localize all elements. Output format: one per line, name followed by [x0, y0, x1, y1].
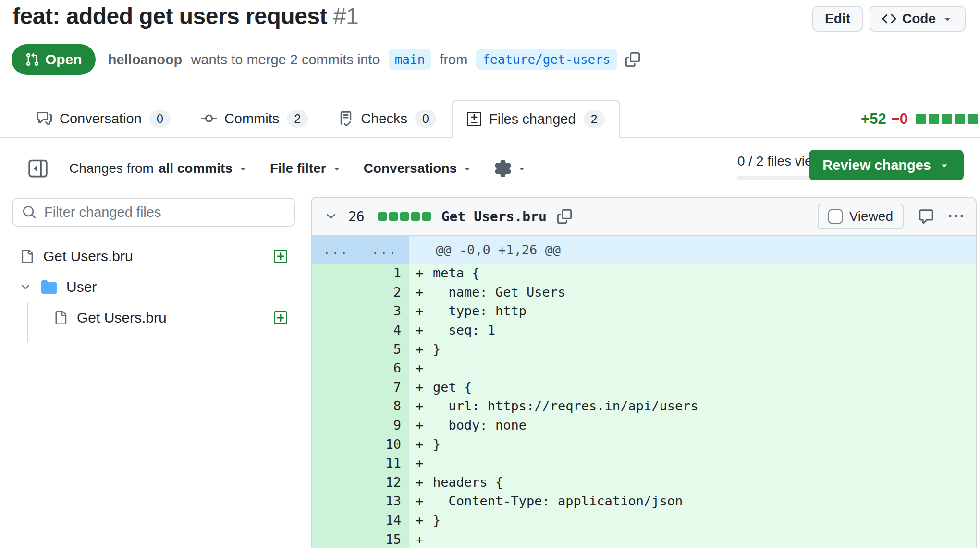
diff-sign: +	[416, 532, 433, 547]
diff-code: url: https://reqres.in/api/users	[433, 398, 698, 413]
chevron-down-icon	[19, 281, 32, 293]
sidebar-collapse-icon[interactable]	[28, 158, 48, 179]
tree-item-nested-file[interactable]: Get Users.bru	[12, 302, 295, 333]
diff-new-line-number: 15	[360, 529, 409, 548]
diff-line[interactable]: 15 +	[312, 529, 976, 548]
diff-old-line-number	[312, 359, 360, 378]
diff-line-content: +}	[409, 339, 976, 359]
diff-new-line-number: 12	[360, 473, 409, 492]
diff-old-line-number	[312, 454, 360, 473]
diff-sign: +	[416, 418, 433, 432]
chevron-down-icon[interactable]	[324, 210, 338, 223]
diff-code: }	[433, 342, 441, 357]
viewed-label: Viewed	[849, 209, 893, 224]
diff-line-content: + url: https://reqres.in/api/users	[409, 396, 976, 416]
diff-line[interactable]: 11 +	[312, 454, 976, 473]
base-branch-chip[interactable]: main	[389, 49, 431, 70]
diff-sign: +	[416, 437, 433, 452]
code-button-label: Code	[902, 11, 936, 26]
hunk-header-row[interactable]: ... ... @@ -0,0 +1,26 @@	[312, 236, 976, 264]
diff-line[interactable]: 5 +}	[312, 339, 976, 359]
diff-new-line-number: 2	[360, 283, 409, 302]
status-badge-label: Open	[45, 51, 82, 68]
tree-item-root-file[interactable]: Get Users.bru	[12, 241, 295, 272]
diff-line[interactable]: 8 + url: https://reqres.in/api/users	[312, 396, 976, 416]
diff-line[interactable]: 9 + body: none	[312, 416, 976, 435]
diff-sign: +	[416, 513, 433, 528]
viewed-checkbox[interactable]	[828, 209, 843, 224]
diff-added-icon	[273, 310, 288, 325]
head-branch-chip[interactable]: feature/get-users	[476, 49, 616, 70]
changes-from-dropdown[interactable]: Changes from all commits	[69, 161, 249, 176]
tab-count: 0	[149, 110, 171, 128]
diff-code: headers {	[433, 475, 503, 490]
diff-file-header: 26 Get Users.bru Viewed	[312, 198, 976, 236]
triangle-down-icon	[516, 163, 527, 174]
diff-line[interactable]: 14 +}	[312, 511, 976, 530]
comment-icon[interactable]	[918, 208, 934, 225]
diff-settings-dropdown[interactable]	[494, 160, 527, 177]
file-tree: Get Users.bru User Get Users.bru	[12, 241, 295, 333]
diff-code: type: http	[433, 303, 527, 318]
tab-checks[interactable]: Checks 0	[323, 99, 452, 138]
diff-code: seq: 1	[433, 323, 495, 337]
edit-button[interactable]: Edit	[812, 6, 863, 32]
diff-line[interactable]: 2 + name: Get Users	[312, 283, 976, 302]
kebab-icon[interactable]	[949, 209, 963, 224]
tab-label: Files changed	[489, 111, 576, 127]
diff-line[interactable]: 12 +headers {	[312, 473, 976, 492]
git-pull-request-icon	[25, 52, 39, 67]
gear-icon	[494, 160, 512, 177]
diff-old-line-number	[312, 473, 360, 492]
pr-author[interactable]: helloanoop	[108, 52, 183, 68]
file-diffstat-blocks	[378, 212, 431, 221]
copy-branch-icon[interactable]	[625, 52, 640, 67]
tree-item-folder-user[interactable]: User	[12, 272, 295, 302]
triangle-down-icon	[462, 163, 473, 174]
pr-from-text: from	[436, 52, 471, 68]
diff-line[interactable]: 3 + type: http	[312, 301, 976, 321]
tree-item-label: Get Users.bru	[77, 310, 167, 326]
checklist-icon	[339, 111, 353, 126]
diff-sign: +	[416, 265, 433, 280]
diff-code: body: none	[433, 418, 527, 432]
tab-commits[interactable]: Commits 2	[186, 99, 323, 138]
diff-panel: 26 Get Users.bru Viewed ... ... @@ -0,0 …	[311, 197, 977, 548]
diff-line[interactable]: 1 +meta {	[312, 264, 976, 283]
review-changes-button[interactable]: Review changes	[809, 150, 964, 180]
viewed-button[interactable]: Viewed	[818, 204, 904, 229]
diff-line-content: +	[409, 359, 976, 378]
file-filter-label: File filter	[270, 161, 326, 176]
diff-filename[interactable]: Get Users.bru	[441, 209, 547, 225]
diff-new-line-number: 14	[360, 511, 409, 530]
diff-new-line-number: 1	[360, 264, 409, 283]
pr-description: helloanoop wants to merge 2 commits into…	[108, 49, 640, 70]
diff-line[interactable]: 4 + seq: 1	[312, 321, 976, 340]
diff-line[interactable]: 10 +}	[312, 434, 976, 454]
page-title: feat: added get users request #1	[12, 3, 358, 29]
pr-desc-text: wants to merge 2 commits into	[187, 52, 383, 68]
tab-conversation[interactable]: Conversation 0	[21, 99, 186, 138]
tree-item-label: Get Users.bru	[43, 248, 133, 264]
copy-filename-icon[interactable]	[557, 209, 572, 224]
tab-files-changed[interactable]: Files changed 2	[452, 100, 620, 138]
code-button[interactable]: Code	[870, 6, 966, 32]
conversations-label: Conversations	[364, 161, 457, 176]
filter-files-input[interactable]	[44, 204, 285, 220]
file-filter-dropdown[interactable]: File filter	[270, 161, 343, 176]
code-icon	[882, 12, 896, 26]
triangle-down-icon	[331, 163, 343, 174]
file-tree-sidebar: Get Users.bru User Get Users.bru	[12, 198, 295, 333]
diff-old-line-number	[312, 511, 360, 530]
diff-old-line-number	[312, 301, 360, 321]
diff-new-line-number: 13	[360, 492, 409, 511]
diff-line[interactable]: 7 +get {	[312, 378, 976, 397]
file-icon	[20, 250, 34, 263]
diff-line[interactable]: 6 +	[312, 359, 976, 378]
conversations-dropdown[interactable]: Conversations	[364, 161, 474, 176]
diff-line[interactable]: 13 + Content-Type: application/json	[312, 492, 976, 511]
tab-label: Conversation	[60, 111, 142, 127]
diff-sign: +	[416, 342, 433, 357]
diff-line-content: +	[409, 454, 976, 473]
diff-sign: +	[416, 360, 433, 375]
